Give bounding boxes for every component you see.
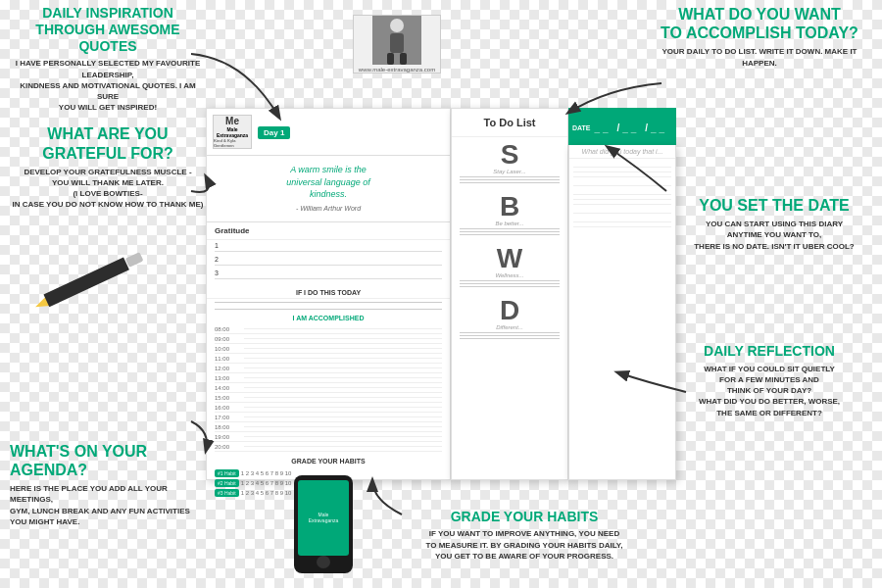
phone-screen-content: Male Extravaganza [307,510,341,525]
time-0800: 08:00 [215,325,442,334]
todo-section-d: D Different... [452,293,567,345]
todo-line-s1 [460,176,560,177]
time-1700: 17:00 [215,414,442,422]
todo-letter-b: B [456,193,564,220]
todo-letter-d: D [456,297,564,324]
diary-day: Day 1 [258,126,290,139]
diary-quote-text: A warm smile is the universal language o… [215,164,442,201]
time-1900: 19:00 [215,433,442,442]
daily-inspiration-body: I HAVE PERSONALLY SELECTED MY FAVOURITE … [10,58,206,113]
phone: Male Extravaganza [294,475,353,573]
todo-desc-s: Stay Laser... [456,169,564,174]
diary-if-do-line2 [215,309,442,310]
todo-container: To Do List S Stay Laser... B Be better..… [451,108,568,480]
todo-line-s3 [460,182,560,183]
daily-inspiration-section: DAILY INSPIRATION THROUGH AWESOME QUOTES… [10,5,206,113]
gratitude-item-1: 1 [215,242,442,252]
time-1100: 11:00 [215,355,442,364]
diary-container: Me Male Extravaganza Kind & Kyla Gentlem… [206,108,451,480]
phone-button [317,556,330,568]
pencil-body [43,257,128,307]
accomplish-title: WHAT DO YOU WANT TO ACCOMPLISH TODAY? [647,5,872,42]
grade-habits-section: GRADE YOUR HABITS IF YOU WANT TO IMPROVE… [392,509,657,573]
diary-accomplished: I AM ACCOMPLISHED [207,313,450,323]
svg-rect-3 [400,53,407,65]
grateful-section: WHAT ARE YOU GRATEFUL FOR? DEVELOP YOUR … [10,124,206,210]
profile-card-content: www.male-extravaganza.com [359,16,435,73]
habit1-nums: 1 2 3 4 5 6 7 8 9 10 [241,470,292,476]
profile-card: www.male-extravaganza.com [353,15,441,74]
diary-quote-author: - William Arthur Word [215,204,442,214]
diary-gratitude-items: 1 2 3 [207,240,450,287]
right-column: WHAT DO YOU WANT TO ACCOMPLISH TODAY? YO… [647,5,872,80]
diary-logo: Me Male Extravaganza Kind & Kyla Gentlem… [213,115,252,149]
diary-times: 08:00 09:00 10:00 11:00 12:00 13:00 14:0… [207,323,450,454]
todo-desc-b: Be better... [456,220,564,226]
diary-if-do-line [215,302,442,303]
agenda-title: What's on your agenda? [10,442,196,479]
svg-rect-2 [387,53,394,65]
todo-letter-s: S [456,141,564,169]
date-box: DATE __ /__ /__ [568,108,676,147]
todo-line-s2 [460,179,560,180]
grade-title: GRADE YOUR HABITS [392,509,657,525]
time-1000: 10:00 [215,345,442,354]
set-date-body: YOU CAN START USING THIS DIARY ANYTIME Y… [676,219,872,252]
todo-line-d2 [460,335,560,336]
daily-inspiration-title: DAILY INSPIRATION THROUGH AWESOME QUOTES [10,5,206,54]
todo-line-b3 [460,234,560,235]
left-column: DAILY INSPIRATION THROUGH AWESOME QUOTES… [10,5,206,221]
todo-letter-w: W [456,245,564,272]
habit3-badge: #3 Habit [215,489,239,497]
time-1200: 12:00 [215,365,442,373]
todo-line-d1 [460,332,560,333]
time-1500: 15:00 [215,394,442,403]
grade-body: IF YOU WANT TO IMPROVE ANYTHING, YOU NEE… [392,528,657,562]
todo-line-w1 [460,280,560,281]
habit1-badge: #1 Habit [215,469,239,477]
todo-line-d3 [460,338,560,339]
grateful-title: WHAT ARE YOU GRATEFUL FOR? [10,124,206,162]
diary-sub: Kind & Kyla Gentlemen [214,138,251,148]
diary-logo-m: Me [225,116,239,126]
set-date-title: You set the date [676,196,872,215]
diary-quote: A warm smile is the universal language o… [207,156,450,222]
grateful-body: DEVELOP YOUR GRATEFULNESS MUSCLE - YOU W… [10,167,206,211]
diary-if-do: IF I DO THIS TODAY [207,287,450,299]
time-1600: 16:00 [215,404,442,413]
todo-line-b2 [460,231,560,232]
daily-reflection-section: DAILY REFLECTION WHAT IF YOU COULD SIT Q… [666,343,872,430]
right-page-content [569,159,675,235]
todo-desc-d: Different... [456,324,564,330]
time-2000: 20:00 [215,443,442,452]
todo-desc-w: Wellness... [456,272,564,278]
habit2-badge: #2 Habit [215,479,239,487]
todo-section-b: B Be better... [452,189,567,241]
set-date-section: You set the date YOU CAN START USING THI… [676,196,872,264]
svg-point-0 [390,19,404,32]
todo-line-w3 [460,286,560,287]
time-1300: 13:00 [215,374,442,383]
time-0900: 09:00 [215,335,442,344]
date-slashes: __ /__ /__ [595,122,667,133]
todo-header: To Do List [452,109,567,137]
date-label: DATE [572,124,591,131]
time-1800: 18:00 [215,423,442,432]
svg-rect-1 [390,33,404,53]
agenda-body: HERE IS THE PLACE YOU ADD ALL YOUR MEETI… [10,483,196,527]
gratitude-item-3: 3 [215,270,442,279]
right-page: What did you today that i... [568,145,676,480]
diary-grade-habits: Grade your Habits [207,454,450,468]
todo-section-s: S Stay Laser... [452,137,567,189]
todo-section-w: W Wellness... [452,241,567,293]
todo-line-b1 [460,228,560,229]
time-1400: 14:00 [215,384,442,393]
reflection-body: WHAT IF YOU COULD SIT QUIETLY FOR A FEW … [666,364,872,418]
pencil-decoration [32,250,145,312]
habit3-nums: 1 2 3 4 5 6 7 8 9 10 [241,490,292,496]
diary-gratitude-label: Gratitude [207,222,450,240]
accomplish-body: YOUR DAILY TO DO LIST. WRITE IT DOWN. MA… [647,46,872,68]
pencil-eraser [125,252,144,268]
diary-brand: Male Extravaganza [214,126,251,138]
todo-line-w2 [460,283,560,284]
